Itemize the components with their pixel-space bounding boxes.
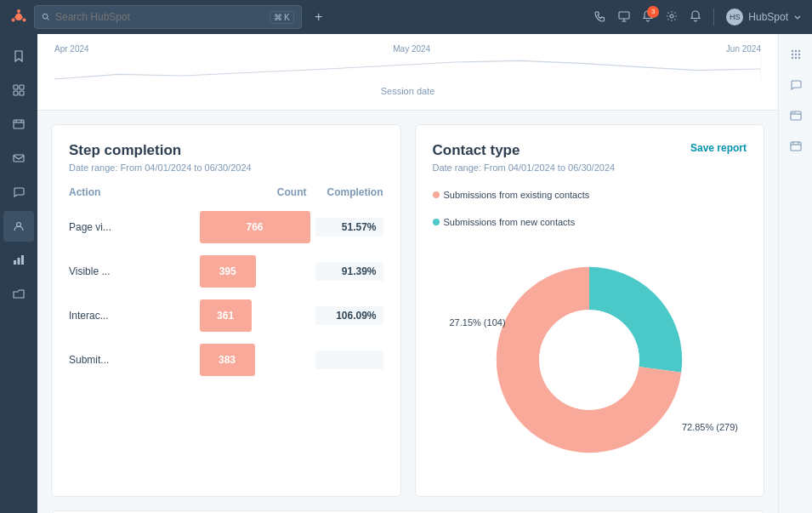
step-action-2: Interac... [69, 310, 200, 322]
col-count-header: Count [247, 186, 307, 198]
svg-rect-9 [619, 12, 629, 19]
donut-chart [487, 258, 691, 462]
topnav: ⌘ K + 3 [0, 0, 812, 34]
svg-point-1 [17, 9, 20, 13]
svg-line-8 [47, 18, 48, 20]
right-panel-browser-icon[interactable] [782, 102, 809, 129]
step-action-0: Page vi... [69, 221, 200, 233]
contact-type-date: Date range: From 04/01/2024 to 06/30/202… [433, 162, 616, 173]
session-date-label: Session date [54, 86, 761, 96]
search-input[interactable] [55, 11, 264, 23]
svg-rect-24 [18, 258, 20, 265]
contact-card-header: Contact type Date range: From 04/01/2024… [433, 142, 747, 186]
svg-rect-15 [14, 91, 18, 95]
table-row: Visible ... 395 91.39% [69, 253, 383, 290]
step-completion-card: Step completion Date range: From 04/01/2… [51, 124, 401, 497]
contact-type-title: Contact type [433, 142, 616, 159]
step-completion-0: 51.57% [315, 218, 383, 237]
svg-point-27 [791, 50, 792, 52]
right-panel-grid-icon[interactable] [782, 41, 809, 68]
step-completion-2: 106.09% [315, 306, 383, 325]
step-count-1: 395 [219, 265, 236, 277]
account-menu[interactable]: HS HubSpot [726, 9, 802, 26]
col-completion-header: Completion [307, 186, 383, 198]
donut-label-existing-pct: 72.85% (279) [682, 422, 738, 432]
svg-rect-21 [14, 155, 24, 162]
svg-point-31 [794, 54, 796, 55]
search-bar[interactable]: ⌘ K [34, 5, 302, 29]
bell-icon[interactable] [690, 10, 701, 25]
donut-chart-container: 27.15% (104) 72.85% (279) [433, 241, 747, 479]
date-label-may: May 2024 [393, 44, 430, 54]
nav-divider [713, 9, 714, 26]
svg-rect-17 [14, 120, 24, 128]
right-panel [778, 34, 812, 513]
svg-point-3 [12, 19, 15, 22]
step-table-header: Action Count Completion [69, 186, 383, 202]
svg-point-38 [792, 112, 792, 113]
svg-point-32 [798, 54, 799, 55]
topnav-icons: 3 HS HubSpot [594, 9, 802, 26]
table-row: Submit... 383 [69, 341, 383, 379]
svg-rect-40 [791, 142, 801, 151]
right-panel-calendar-icon[interactable] [782, 133, 809, 160]
step-bar-2: 361 [200, 299, 252, 332]
step-bar-container-0: 766 [200, 211, 310, 243]
sidebar-item-analytics[interactable] [3, 245, 34, 276]
notification-badge: 3 [647, 6, 659, 18]
svg-rect-25 [21, 255, 24, 265]
svg-point-30 [791, 54, 792, 55]
legend-label-existing: Submissions from existing contacts [444, 190, 590, 200]
add-button[interactable]: + [309, 7, 329, 27]
notification-icon[interactable]: 3 [642, 10, 654, 25]
svg-point-12 [670, 14, 673, 18]
date-label-apr: Apr 2024 [54, 44, 89, 54]
sidebar-item-mail[interactable] [3, 143, 34, 174]
step-completion-3 [315, 351, 383, 369]
sidebar-item-bookmark[interactable] [3, 41, 34, 71]
cards-row: Step completion Date range: From 04/01/2… [37, 111, 778, 510]
chart-legend: Submissions from existing contacts Submi… [433, 190, 747, 227]
legend-dot-existing [433, 191, 440, 198]
svg-point-35 [798, 57, 799, 59]
right-panel-comment-icon[interactable] [782, 71, 809, 99]
top-chart-area: Apr 2024 May 2024 Jun 2024 Session date [37, 34, 778, 111]
step-bar-1: 395 [200, 255, 256, 288]
save-report-button[interactable]: Save report [690, 142, 747, 154]
sidebar-item-folders[interactable] [3, 279, 34, 310]
svg-point-33 [791, 57, 792, 59]
search-shortcut: ⌘ K [270, 11, 294, 24]
sidebar-item-chat[interactable] [3, 177, 34, 208]
sidebar-item-users[interactable] [3, 211, 34, 242]
col-action-header: Action [69, 186, 247, 198]
svg-point-39 [794, 112, 795, 113]
settings-icon[interactable] [666, 10, 678, 25]
svg-rect-14 [20, 85, 24, 89]
contact-type-card: Contact type Date range: From 04/01/2024… [415, 124, 765, 497]
step-count-2: 361 [217, 310, 234, 322]
account-name: HubSpot [748, 11, 788, 23]
step-bar-container-1: 395 [200, 255, 310, 288]
screen-share-icon[interactable] [618, 10, 630, 25]
step-completion-1: 91.39% [315, 262, 383, 281]
sidebar-item-grid[interactable] [3, 75, 34, 105]
svg-point-7 [43, 14, 48, 19]
svg-rect-36 [791, 111, 801, 120]
table-row: Interac... 361 106.09% [69, 297, 383, 334]
step-completion-date: Date range: From 04/01/2024 to 06/30/202… [69, 162, 383, 173]
step-action-3: Submit... [69, 354, 200, 366]
step-completion-title: Step completion [69, 142, 383, 159]
svg-rect-13 [14, 85, 18, 89]
contact-type-title-group: Contact type Date range: From 04/01/2024… [433, 142, 616, 186]
step-action-1: Visible ... [69, 265, 200, 277]
svg-point-28 [794, 50, 796, 52]
avatar: HS [726, 9, 743, 26]
svg-rect-16 [20, 91, 24, 95]
phone-icon[interactable] [594, 10, 606, 25]
legend-label-new: Submissions from new contacts [444, 217, 576, 227]
date-label-jun: Jun 2024 [726, 44, 761, 54]
step-count-3: 383 [219, 354, 236, 366]
legend-dot-new [433, 219, 440, 225]
sidebar-item-contacts[interactable] [3, 109, 34, 140]
search-icon [42, 12, 50, 22]
